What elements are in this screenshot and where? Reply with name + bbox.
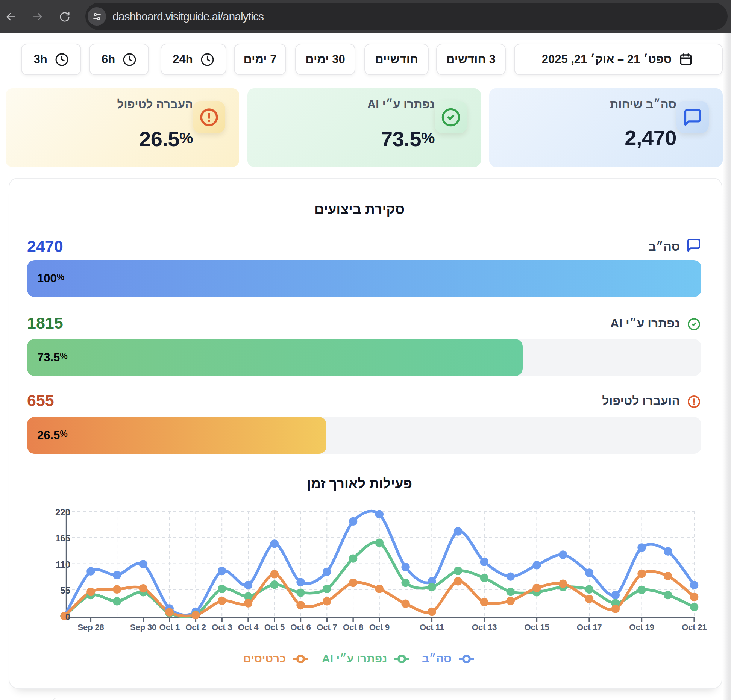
svg-text:55: 55 [60, 585, 70, 595]
svg-text:Oct 1: Oct 1 [159, 623, 180, 632]
svg-text:Oct 19: Oct 19 [629, 623, 654, 632]
svg-text:Oct 3: Oct 3 [212, 623, 232, 632]
svg-text:Oct 13: Oct 13 [472, 623, 497, 632]
svg-text:Oct 7: Oct 7 [317, 623, 337, 632]
svg-text:220: 220 [55, 507, 70, 517]
svg-text:Oct 2: Oct 2 [185, 623, 206, 632]
svg-text:Oct 6: Oct 6 [290, 623, 311, 632]
svg-text:Oct 5: Oct 5 [264, 623, 285, 632]
svg-text:Sep 30: Sep 30 [130, 623, 156, 632]
svg-text:Oct 9: Oct 9 [369, 623, 390, 632]
svg-text:Oct 21: Oct 21 [682, 623, 707, 632]
svg-text:0: 0 [65, 612, 70, 622]
svg-text:Oct 17: Oct 17 [577, 623, 602, 632]
svg-text:Oct 8: Oct 8 [343, 623, 363, 632]
svg-text:Oct 15: Oct 15 [524, 623, 549, 632]
svg-text:165: 165 [55, 533, 70, 543]
svg-text:Sep 28: Sep 28 [77, 623, 104, 632]
svg-text:Oct 11: Oct 11 [420, 623, 444, 632]
svg-text:110: 110 [56, 559, 70, 570]
svg-text:Oct 4: Oct 4 [238, 623, 259, 632]
